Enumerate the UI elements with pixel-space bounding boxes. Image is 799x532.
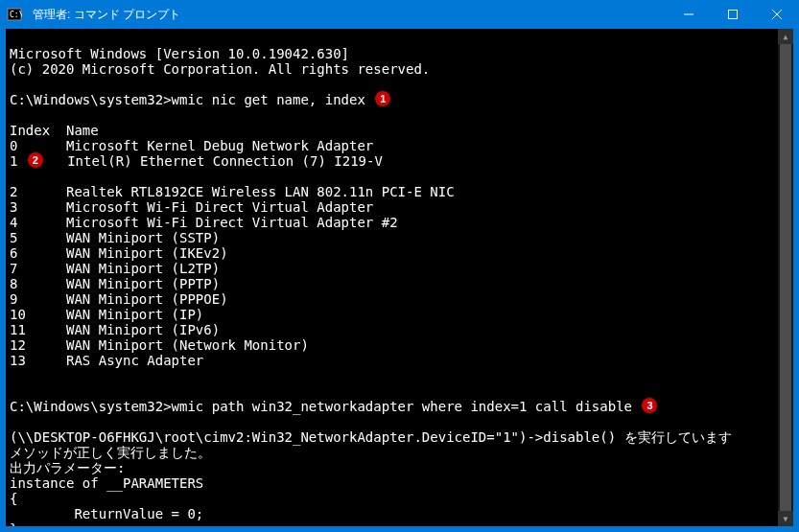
table-row: 2 Realtek RTL8192CE Wireless LAN 802.11n… xyxy=(10,184,455,199)
scroll-thumb[interactable] xyxy=(780,44,791,511)
minimize-button[interactable] xyxy=(667,0,711,29)
table-row: 10 WAN Miniport (IP) xyxy=(10,307,203,322)
table-row: 5 WAN Miniport (SSTP) xyxy=(10,230,220,245)
scroll-up-arrow[interactable]: ▲ xyxy=(778,29,793,44)
output-line: instance of __PARAMETERS xyxy=(10,475,203,491)
table-row-name: Intel(R) Ethernet Connection (7) I219-V xyxy=(43,153,383,169)
maximize-button[interactable] xyxy=(711,0,755,29)
window-titlebar: C:\ 管理者: コマンド プロンプト xyxy=(0,0,799,29)
table-header: Index Name xyxy=(10,123,99,138)
vertical-scrollbar[interactable]: ▲ ▼ xyxy=(778,29,793,526)
output-line: Microsoft Windows [Version 10.0.19042.63… xyxy=(10,46,349,61)
table-row: 0 Microsoft Kernel Debug Network Adapter xyxy=(10,138,373,153)
table-row-index: 1 xyxy=(10,153,26,169)
output-line: ReturnValue = 0; xyxy=(10,506,203,521)
terminal-output[interactable]: Microsoft Windows [Version 10.0.19042.63… xyxy=(6,29,793,526)
window-controls xyxy=(667,0,799,29)
table-row: 3 Microsoft Wi-Fi Direct Virtual Adapter xyxy=(10,199,373,215)
prompt-command: C:\Windows\system32>wmic nic get name, i… xyxy=(10,92,373,107)
prompt-command: C:\Windows\system32>wmic path win32_netw… xyxy=(10,399,640,414)
table-row: 7 WAN Miniport (L2TP) xyxy=(10,261,220,276)
output-line: (c) 2020 Microsoft Corporation. All righ… xyxy=(10,61,430,77)
annotation-badge-1: 1 xyxy=(375,91,390,106)
output-line: メソッドが正しく実行しました。 xyxy=(10,445,211,460)
table-row: 8 WAN Miniport (PPTP) xyxy=(10,276,220,291)
svg-rect-3 xyxy=(729,11,738,19)
close-button[interactable] xyxy=(755,0,799,29)
table-row: 11 WAN Miniport (IPv6) xyxy=(10,322,220,337)
output-line: (\\DESKTOP-O6FHKGJ\root\cimv2:Win32_Netw… xyxy=(10,429,732,445)
output-line: 出力パラメーター: xyxy=(10,460,125,475)
table-row: 6 WAN Miniport (IKEv2) xyxy=(10,245,228,261)
table-row: 4 Microsoft Wi-Fi Direct Virtual Adapter… xyxy=(10,215,398,230)
output-line: { xyxy=(10,491,17,506)
cmd-icon: C:\ xyxy=(0,0,29,29)
window-title: 管理者: コマンド プロンプト xyxy=(29,7,667,23)
scroll-down-arrow[interactable]: ▼ xyxy=(778,511,793,526)
annotation-badge-2: 2 xyxy=(28,152,43,168)
table-row: 13 RAS Async Adapter xyxy=(10,353,203,368)
table-row: 12 WAN Miniport (Network Monitor) xyxy=(10,337,309,353)
table-row: 9 WAN Miniport (PPPOE) xyxy=(10,291,228,307)
svg-text:C:\: C:\ xyxy=(10,11,22,19)
scroll-track[interactable] xyxy=(778,44,793,511)
annotation-badge-3: 3 xyxy=(642,398,657,413)
output-line: }; xyxy=(10,521,26,526)
